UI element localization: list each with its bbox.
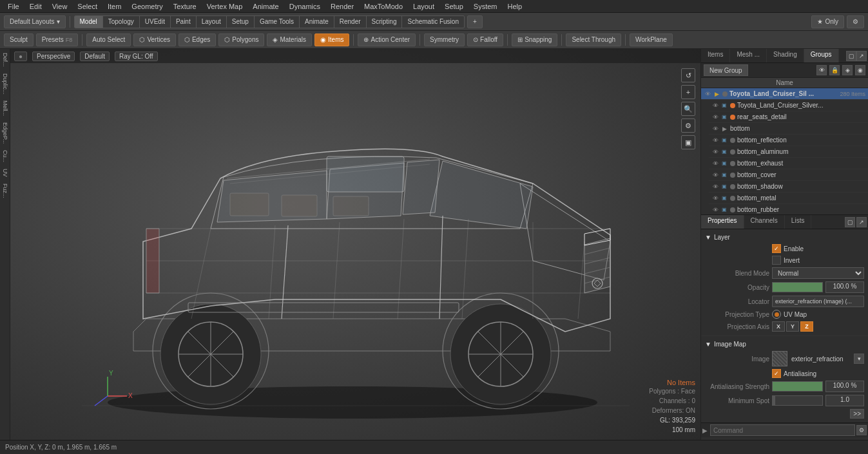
menu-texture[interactable]: Texture — [168, 1, 202, 12]
edges-button[interactable]: ⬡ Edges — [178, 33, 216, 46]
menu-help[interactable]: Help — [502, 1, 527, 12]
falloff-button[interactable]: ⊙ Falloff — [467, 33, 503, 46]
item-row[interactable]: 👁 ▣ bottom_rubber — [709, 204, 868, 214]
opacity-slider[interactable] — [772, 282, 823, 292]
viewport[interactable]: ● Perspective Default Ray GL: Off — [10, 49, 700, 440]
tab-items[interactable]: Items — [701, 49, 730, 62]
prop-expand-icon[interactable]: ▢ — [845, 217, 855, 227]
ray-gl-label[interactable]: Ray GL: Off — [115, 52, 158, 61]
collapse-icon[interactable]: ↗ — [856, 51, 867, 61]
menu-view[interactable]: View — [47, 1, 73, 12]
tab-properties[interactable]: Properties — [701, 215, 744, 229]
snapping-button[interactable]: ⊞ Snapping — [512, 33, 557, 46]
frame-control[interactable]: ▣ — [681, 135, 695, 149]
tab-uvedit[interactable]: UVEdit — [140, 16, 171, 28]
image-map-collapse-icon[interactable]: ▼ — [705, 341, 711, 348]
tab-shading[interactable]: Shading — [767, 49, 804, 62]
expand-icon[interactable]: ▢ — [846, 51, 856, 61]
search-control[interactable]: 🔍 — [681, 102, 695, 116]
left-tab-5[interactable]: Cu... — [0, 147, 10, 165]
sculpt-button[interactable]: Sculpt — [4, 33, 34, 46]
dot-icon-header[interactable]: ◉ — [855, 65, 865, 75]
presets-button[interactable]: Presets F8 — [36, 33, 78, 46]
add-tab-button[interactable]: + — [467, 15, 483, 28]
menu-vertex-map[interactable]: Vertex Map — [202, 1, 248, 12]
left-tab-7[interactable]: Fuz... — [0, 181, 10, 201]
item-row[interactable]: 👁 ▣ bottom_exhaust — [709, 158, 868, 169]
item-row[interactable]: 👁 ▣ bottom_cover — [709, 169, 868, 181]
perspective-label[interactable]: Perspective — [32, 52, 75, 61]
only-button[interactable]: ★ Only — [811, 15, 844, 28]
layer-collapse-icon[interactable]: ▼ — [705, 234, 711, 241]
axis-x-button[interactable]: X — [772, 321, 785, 332]
3d-scene[interactable]: X Y — [10, 49, 700, 440]
item-row[interactable]: 👁 ▣ bottom_reflection — [709, 135, 868, 146]
settings-control[interactable]: ⚙ — [681, 118, 695, 133]
item-list[interactable]: 👁 ▶ Toyota_Land_Cruiser_Sil ... 280 Item… — [701, 88, 868, 214]
command-settings-icon[interactable]: ⚙ — [856, 425, 867, 435]
tab-schematic[interactable]: Schematic Fusion — [402, 16, 463, 28]
opacity-value[interactable]: 100.0 % — [825, 281, 864, 293]
settings-button[interactable]: ⚙ — [847, 15, 864, 28]
tab-game-tools[interactable]: Game Tools — [255, 16, 300, 28]
aa-strength-value[interactable]: 100.0 % — [825, 381, 864, 392]
vertices-button[interactable]: ⬡ Vertices — [133, 33, 176, 46]
tab-groups[interactable]: Groups — [804, 49, 839, 62]
menu-item[interactable]: Item — [102, 1, 126, 12]
tab-channels[interactable]: Channels — [744, 215, 785, 229]
invert-checkbox[interactable] — [772, 256, 781, 265]
menu-system[interactable]: System — [468, 1, 503, 12]
eye-icon-header[interactable]: 👁 — [816, 65, 827, 75]
menu-render[interactable]: Render — [325, 1, 359, 12]
tab-topology[interactable]: Topology — [103, 16, 140, 28]
items-button[interactable]: ◉ Items — [314, 33, 349, 46]
menu-select[interactable]: Select — [72, 1, 102, 12]
item-row[interactable]: 👁 ▣ rear_seats_detail — [709, 111, 868, 123]
prop-popout-icon[interactable]: ↗ — [856, 217, 867, 227]
expand-properties-button[interactable]: >> — [850, 409, 864, 419]
tab-mesh[interactable]: Mesh ... — [730, 49, 767, 62]
menu-dynamics[interactable]: Dynamics — [284, 1, 325, 12]
tab-setup[interactable]: Setup — [227, 16, 255, 28]
image-dropdown-icon[interactable]: ▾ — [854, 354, 864, 364]
tab-scripting[interactable]: Scripting — [367, 16, 403, 28]
proj-type-radio[interactable] — [772, 310, 781, 319]
min-spot-value[interactable]: 1.0 — [825, 395, 864, 406]
item-row[interactable]: 👁 ▶ Toyota_Land_Cruiser_Sil ... 280 Item… — [701, 88, 868, 100]
default-label[interactable]: Default — [80, 52, 110, 61]
materials-button[interactable]: ◈ Materials — [267, 33, 312, 46]
locator-input[interactable] — [772, 296, 864, 307]
item-row[interactable]: 👁 ▣ bottom_shadow — [709, 181, 868, 193]
auto-select-button[interactable]: Auto Select — [86, 33, 131, 46]
zoom-control[interactable]: + — [681, 85, 695, 99]
polygons-button[interactable]: ⬡ Polygons — [218, 33, 264, 46]
menu-animate[interactable]: Animate — [247, 1, 284, 12]
tab-render[interactable]: Render — [334, 16, 367, 28]
item-row[interactable]: 👁 ▶ bottom — [709, 123, 868, 135]
item-row[interactable]: 👁 ▣ bottom_metal — [709, 193, 868, 204]
left-tab-1[interactable]: Def... — [0, 50, 10, 70]
enable-checkbox[interactable]: ✓ — [772, 244, 781, 253]
blend-mode-select[interactable]: Normal — [772, 267, 864, 279]
image-thumbnail[interactable] — [772, 351, 787, 366]
item-row[interactable]: 👁 ▣ bottom_aluminum — [709, 146, 868, 158]
tab-model[interactable]: Model — [75, 16, 103, 28]
left-tab-4[interactable]: EdgeP... — [0, 120, 10, 146]
select-through-button[interactable]: Select Through — [566, 33, 621, 46]
tab-layout[interactable]: Layout — [197, 16, 227, 28]
menu-geometry[interactable]: Geometry — [126, 1, 168, 12]
left-tab-3[interactable]: Mell... — [0, 98, 10, 118]
axis-y-button[interactable]: Y — [786, 321, 799, 332]
menu-layout[interactable]: Layout — [408, 1, 439, 12]
tab-animate[interactable]: Animate — [300, 16, 334, 28]
min-spot-slider[interactable] — [772, 395, 823, 406]
symmetry-button[interactable]: Symmetry — [424, 33, 465, 46]
mesh-icon-header[interactable]: ◈ — [842, 65, 853, 75]
left-tab-6[interactable]: UV — [0, 166, 10, 180]
left-tab-2[interactable]: Duplic... — [0, 71, 10, 97]
item-row[interactable]: 👁 ▣ Toyota_Land_Cruiser_Silver... — [709, 100, 868, 111]
command-input[interactable] — [710, 424, 855, 436]
aa-strength-slider[interactable] — [772, 381, 823, 392]
workplane-button[interactable]: WorkPlane — [630, 33, 673, 46]
default-layouts-button[interactable]: Default Layouts ▾ — [4, 15, 66, 28]
